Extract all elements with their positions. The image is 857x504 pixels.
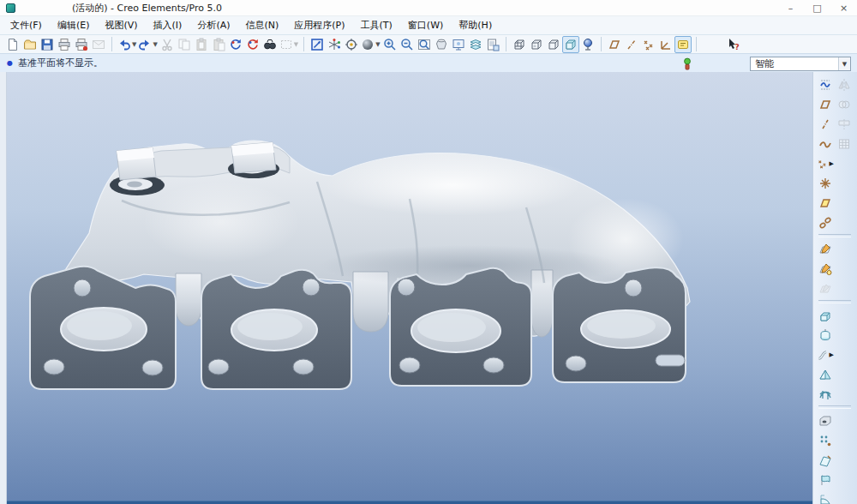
toolbar-separator — [818, 300, 851, 303]
menu-edit[interactable]: 编辑(E) — [50, 17, 98, 33]
trim-tool-button — [835, 115, 854, 133]
blend-tool-button[interactable] — [816, 365, 835, 383]
flange-2[interactable] — [201, 270, 351, 389]
redo-button[interactable]: ▼ — [137, 36, 158, 53]
print-setup-button[interactable] — [73, 36, 90, 53]
dropdown-caret-icon[interactable]: ▼ — [153, 41, 157, 48]
selection-filter-combobox[interactable]: 智能 ▼ — [750, 57, 851, 71]
menu-file[interactable]: 文件(F) — [3, 17, 50, 33]
boundary-blend-tool-button[interactable] — [816, 385, 835, 403]
dropdown-caret-icon[interactable]: ▼ — [375, 41, 380, 48]
feature-toolbar-row — [816, 173, 854, 193]
revolve-tool-button[interactable] — [816, 326, 835, 344]
menu-insert[interactable]: 插入(I) — [146, 17, 190, 33]
hole-tool-button[interactable] — [816, 411, 835, 429]
toggle-csys-button[interactable] — [657, 36, 674, 53]
standard-view-button[interactable] — [450, 36, 467, 53]
view-manager-button[interactable] — [484, 36, 501, 53]
shade-button[interactable]: ▼ — [360, 36, 381, 53]
find-button[interactable] — [261, 36, 279, 53]
pattern-tool-icon — [818, 434, 832, 447]
app-icon[interactable] — [6, 3, 15, 13]
menu-tools[interactable]: 工具(T) — [353, 17, 400, 33]
menu-info[interactable]: 信息(N) — [238, 17, 287, 33]
minimize-button[interactable]: – — [777, 0, 804, 15]
datum-point-tool-button[interactable]: ▶ — [816, 154, 835, 172]
orient-mode-button[interactable] — [343, 36, 360, 53]
redraw-button[interactable] — [309, 36, 326, 53]
empty-cell — [835, 326, 854, 344]
draft-tool-button[interactable] — [816, 451, 835, 469]
datum-display-button[interactable] — [579, 36, 596, 53]
hidden-line-button[interactable] — [528, 36, 545, 53]
save-file-button[interactable] — [39, 36, 56, 53]
navigator-sash[interactable] — [0, 72, 7, 504]
spin-center-button[interactable] — [326, 36, 343, 53]
refit-button[interactable] — [416, 36, 433, 53]
flange-4[interactable] — [553, 267, 686, 382]
cut-icon — [160, 38, 174, 51]
regen-status-traffic-light-icon[interactable] — [682, 57, 692, 70]
toggle-annotations-button[interactable] — [674, 36, 692, 53]
print-button[interactable] — [56, 36, 73, 53]
zoom-in-button[interactable] — [381, 36, 399, 53]
empty-cell — [835, 213, 854, 231]
coordinate-system-tool-button[interactable] — [816, 213, 835, 231]
shaded-button[interactable] — [562, 36, 579, 53]
extrude-tool-button[interactable] — [816, 306, 835, 324]
pattern-tool-button[interactable] — [816, 431, 835, 449]
feature-toolbar: ▶▶ — [812, 72, 857, 504]
sketch-tool-button[interactable] — [816, 240, 835, 258]
menu-help[interactable]: 帮助(H) — [451, 17, 500, 33]
toggle-datum-axes-button[interactable] — [623, 36, 640, 53]
toggle-datum-planes-button[interactable] — [606, 36, 623, 53]
empty-cell — [835, 490, 854, 504]
context-help-button[interactable] — [725, 36, 742, 53]
sweep-tool-button[interactable]: ▶ — [816, 345, 835, 363]
saved-orientation-button[interactable] — [433, 36, 450, 53]
refit-icon — [417, 38, 431, 51]
redo-icon — [138, 38, 152, 51]
model-exhaust-manifold[interactable] — [7, 72, 812, 504]
regenerate-button[interactable] — [227, 36, 244, 53]
field-point-tool-button[interactable] — [816, 174, 835, 192]
style-tool-button[interactable] — [816, 75, 835, 93]
close-button[interactable]: × — [830, 0, 857, 15]
regenerate-manager-button[interactable] — [244, 36, 261, 53]
paste-icon — [195, 38, 208, 51]
round-tool-button[interactable] — [816, 490, 835, 504]
datum-axis-tool-button[interactable] — [816, 115, 835, 133]
open-file-button[interactable] — [21, 36, 39, 53]
graphics-viewport[interactable] — [7, 72, 812, 504]
empty-cell — [835, 279, 854, 297]
menu-view[interactable]: 视图(V) — [97, 17, 145, 33]
menu-analysis[interactable]: 分析(A) — [189, 17, 237, 33]
dropdown-caret-icon[interactable]: ▼ — [294, 41, 298, 48]
toggle-datum-points-button[interactable] — [640, 36, 657, 53]
flange-1[interactable] — [30, 267, 176, 389]
empty-cell — [835, 451, 854, 469]
combobox-dropdown-arrow-icon[interactable]: ▼ — [838, 57, 850, 70]
flyout-arrow-icon[interactable]: ▶ — [830, 160, 834, 167]
wireframe-button[interactable] — [511, 36, 528, 53]
datum-plane-tool-button[interactable] — [816, 95, 835, 113]
dropdown-caret-icon[interactable]: ▼ — [132, 41, 136, 48]
plane-tool-button[interactable] — [816, 194, 835, 212]
menu-window[interactable]: 窗口(W) — [400, 17, 451, 33]
flex-tool-button[interactable] — [816, 471, 835, 489]
no-hidden-button[interactable] — [545, 36, 562, 53]
internal-sketch-tool-button[interactable] — [816, 260, 835, 278]
new-file-button[interactable] — [4, 36, 21, 53]
layers-button[interactable] — [467, 36, 484, 53]
zoom-out-button[interactable] — [399, 36, 416, 53]
datum-curve-tool-button[interactable] — [816, 135, 835, 153]
feature-toolbar-row — [816, 364, 854, 384]
boundary-blend-tool-icon — [818, 387, 832, 401]
undo-button[interactable]: ▼ — [117, 36, 137, 53]
menu-applications[interactable]: 应用程序(P) — [286, 17, 352, 33]
style-tool-icon — [818, 78, 832, 92]
flange-3[interactable] — [390, 268, 531, 386]
feature-toolbar-row — [816, 384, 854, 404]
maximize-button[interactable]: □ — [804, 0, 830, 15]
flyout-arrow-icon[interactable]: ▶ — [830, 351, 834, 358]
